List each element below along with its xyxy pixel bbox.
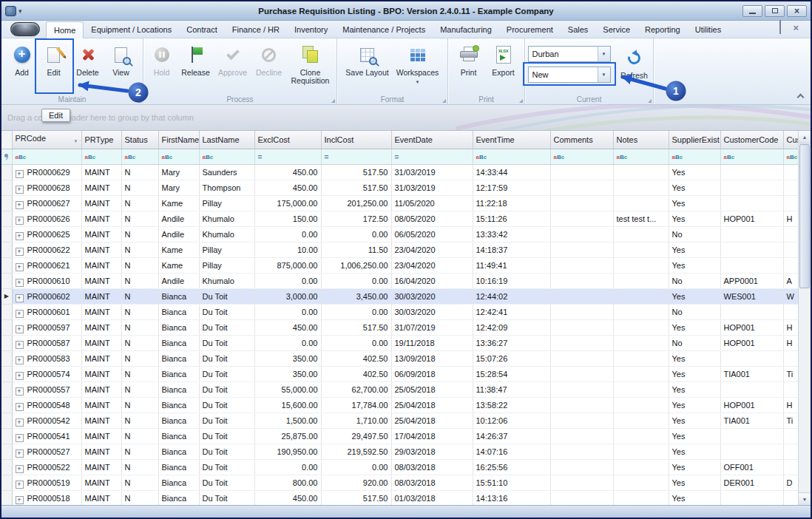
- grid-cell[interactable]: Du Toit: [199, 491, 254, 506]
- grid-cell[interactable]: TIA001: [720, 367, 783, 382]
- grid-cell[interactable]: Andile: [158, 274, 199, 289]
- expand-icon[interactable]: +: [16, 450, 24, 458]
- grid-cell[interactable]: N: [121, 258, 158, 274]
- grid-cell[interactable]: 517.50: [321, 320, 391, 336]
- grid-cell[interactable]: MAINT: [81, 242, 121, 258]
- grid-cell[interactable]: [783, 242, 798, 258]
- expand-icon[interactable]: +: [16, 201, 24, 209]
- grid-cell[interactable]: N: [121, 351, 158, 367]
- grid-cell[interactable]: HOP001: [720, 398, 783, 413]
- grid-cell[interactable]: Mary: [158, 180, 199, 196]
- grid-cell[interactable]: Du Toit: [199, 289, 254, 305]
- grid-cell[interactable]: 517.50: [321, 491, 391, 506]
- filter-cell[interactable]: =: [321, 149, 391, 165]
- grid-cell[interactable]: 15:07:26: [473, 351, 550, 367]
- tab-inventory[interactable]: Inventory: [287, 21, 335, 38]
- grid-cell[interactable]: Yes: [669, 351, 720, 367]
- grid-cell[interactable]: [720, 227, 783, 242]
- grid-cell[interactable]: Yes: [669, 491, 720, 506]
- tab-utilities[interactable]: Utilities: [688, 21, 728, 38]
- grid-cell[interactable]: +PR0000541: [12, 429, 81, 444]
- grid-cell[interactable]: MAINT: [81, 413, 121, 429]
- grid-cell[interactable]: 13:58:22: [473, 398, 550, 413]
- grid-cell[interactable]: 0.00: [254, 460, 321, 475]
- grid-cell[interactable]: [550, 351, 613, 367]
- grid-cell[interactable]: [720, 165, 783, 180]
- grid-cell[interactable]: N: [121, 227, 158, 242]
- grid-cell[interactable]: 11:22:18: [473, 196, 550, 211]
- column-header[interactable]: InclCost: [321, 131, 391, 149]
- grid-cell[interactable]: Yes: [669, 460, 720, 475]
- maximize-button[interactable]: [765, 5, 785, 17]
- grid-cell[interactable]: +PR0000527: [12, 444, 81, 460]
- grid-cell[interactable]: HOP001: [720, 320, 783, 336]
- grid-cell[interactable]: [783, 382, 798, 398]
- site-combobox[interactable]: Durban ▼: [528, 46, 611, 62]
- grid-cell[interactable]: +PR0000587: [12, 336, 81, 351]
- grid-cell[interactable]: 1,500.00: [254, 413, 321, 429]
- grid-cell[interactable]: 15,600.00: [254, 398, 321, 413]
- grid-cell[interactable]: 19/11/2018: [391, 336, 473, 351]
- grid-cell[interactable]: N: [121, 382, 158, 398]
- grid-cell[interactable]: [613, 274, 669, 289]
- column-header[interactable]: PRType: [81, 131, 121, 149]
- grid-cell[interactable]: 402.50: [321, 351, 391, 367]
- grid-cell[interactable]: Yes: [669, 258, 720, 274]
- scrollbar-thumb[interactable]: [799, 144, 810, 288]
- grid-cell[interactable]: MAINT: [81, 289, 121, 305]
- grid-cell[interactable]: [613, 351, 669, 367]
- grid-cell[interactable]: 12:17:59: [473, 180, 550, 196]
- expand-icon[interactable]: +: [16, 325, 24, 333]
- grid-cell[interactable]: N: [121, 475, 158, 491]
- grid-cell[interactable]: 920.00: [321, 475, 391, 491]
- grid-cell[interactable]: N: [121, 491, 158, 506]
- column-header[interactable]: Comments: [550, 131, 613, 149]
- grid-row[interactable]: +PR0000518MAINTNBiancaDu Toit450.00517.5…: [1, 491, 798, 506]
- expand-icon[interactable]: +: [16, 170, 24, 178]
- grid-cell[interactable]: 08/03/2018: [391, 460, 473, 475]
- grid-cell[interactable]: +PR0000629: [12, 165, 81, 180]
- column-header[interactable]: ExclCost: [254, 131, 321, 149]
- grid-cell[interactable]: 0.00: [321, 336, 391, 351]
- grid-row[interactable]: +PR0000621MAINTNKamePillay875,000.001,00…: [1, 258, 798, 274]
- grid-cell[interactable]: Bianca: [158, 444, 199, 460]
- grid-cell[interactable]: 30/03/2020: [391, 305, 473, 320]
- grid-cell[interactable]: +PR0000625: [12, 227, 81, 242]
- grid-cell[interactable]: Yes: [669, 413, 720, 429]
- grid-cell[interactable]: Bianca: [158, 289, 199, 305]
- grid-cell[interactable]: [783, 429, 798, 444]
- grid-cell[interactable]: H: [783, 211, 798, 227]
- column-header[interactable]: Status: [121, 131, 158, 149]
- grid-cell[interactable]: [550, 398, 613, 413]
- grid-cell[interactable]: N: [121, 320, 158, 336]
- grid-row[interactable]: +PR0000522MAINTNBiancaDu Toit0.000.0008/…: [1, 460, 798, 475]
- vertical-scrollbar[interactable]: ▲ ▼: [798, 131, 811, 505]
- grid-cell[interactable]: Khumalo: [199, 227, 254, 242]
- grid-cell[interactable]: N: [121, 274, 158, 289]
- grid-cell[interactable]: +PR0000583: [12, 351, 81, 367]
- filter-cell[interactable]: aBc: [783, 149, 798, 165]
- grid-cell[interactable]: [550, 289, 613, 305]
- grid-cell[interactable]: Yes: [669, 211, 720, 227]
- grid-cell[interactable]: MAINT: [81, 336, 121, 351]
- grid-row[interactable]: +PR0000610MAINTNAndileKhumalo0.000.0016/…: [1, 274, 798, 289]
- expand-icon[interactable]: +: [16, 434, 24, 442]
- grid-cell[interactable]: [550, 258, 613, 274]
- grid-cell[interactable]: [613, 242, 669, 258]
- grid-cell[interactable]: H: [783, 320, 798, 336]
- grid-cell[interactable]: 25,875.00: [254, 429, 321, 444]
- column-header[interactable]: EventDate: [391, 131, 473, 149]
- grid-cell[interactable]: 10.00: [254, 242, 321, 258]
- grid-cell[interactable]: N: [121, 444, 158, 460]
- grid-cell[interactable]: N: [121, 460, 158, 475]
- grid-cell[interactable]: 3,450.00: [321, 289, 391, 305]
- expand-icon[interactable]: +: [16, 418, 24, 427]
- grid-cell[interactable]: [720, 491, 783, 506]
- expand-icon[interactable]: +: [16, 387, 24, 396]
- close-button[interactable]: ×: [787, 5, 807, 17]
- grid-cell[interactable]: MAINT: [81, 165, 121, 180]
- grid-cell[interactable]: 16/04/2020: [391, 274, 473, 289]
- grid-cell[interactable]: 13:33:42: [473, 227, 550, 242]
- grid-cell[interactable]: No: [669, 227, 720, 242]
- hold-button[interactable]: Hold: [146, 41, 177, 77]
